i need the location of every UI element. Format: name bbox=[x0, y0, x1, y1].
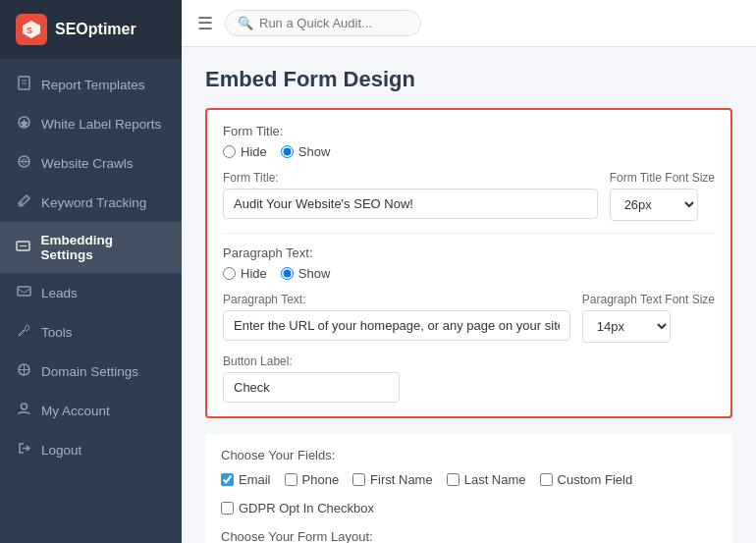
sidebar-item-report-templates[interactable]: Report Templates bbox=[0, 65, 182, 104]
form-title-group: Form Title: bbox=[223, 171, 598, 221]
form-title-hide-radio-label[interactable]: Hide bbox=[223, 144, 267, 159]
page-title: Embed Form Design bbox=[205, 67, 732, 92]
gdpr-field-label[interactable]: GDPR Opt In Checkbox bbox=[221, 501, 374, 516]
gdpr-field-text: GDPR Opt In Checkbox bbox=[239, 501, 374, 516]
sidebar-navigation: Report Templates White Label Reports Web… bbox=[0, 59, 182, 543]
button-label-input[interactable] bbox=[223, 372, 400, 403]
font-size-select[interactable]: 16px18px20px22px24px26px28px30px bbox=[610, 189, 698, 221]
leads-icon bbox=[16, 284, 31, 301]
last-name-checkbox[interactable] bbox=[447, 473, 459, 486]
first-name-checkbox[interactable] bbox=[352, 473, 365, 486]
fields-checkbox-group: Email Phone First Name Last Name Custom … bbox=[221, 472, 717, 516]
paragraph-text-input[interactable] bbox=[223, 310, 570, 341]
gdpr-checkbox[interactable] bbox=[221, 502, 234, 515]
form-title-hide-radio[interactable] bbox=[223, 145, 236, 158]
paragraph-visibility-group: Hide Show bbox=[223, 266, 715, 281]
sidebar-item-label: Tools bbox=[41, 325, 73, 340]
sidebar-item-label: Keyword Tracking bbox=[41, 195, 146, 210]
para-hide-radio-label[interactable]: Hide bbox=[223, 266, 267, 281]
sidebar-item-logout[interactable]: Logout bbox=[0, 430, 182, 469]
phone-field-label[interactable]: Phone bbox=[285, 472, 340, 487]
custom-field-text: Custom Field bbox=[558, 472, 633, 487]
sidebar-item-label: Website Crawls bbox=[41, 156, 134, 171]
keyword-icon bbox=[16, 193, 31, 211]
para-font-size-group: Paragraph Text Font Size 12px14px16px18p… bbox=[582, 293, 715, 343]
search-input[interactable] bbox=[259, 16, 397, 30]
paragraph-text-row: Paragraph Text: Paragraph Text Font Size… bbox=[223, 293, 715, 343]
page-content: Embed Form Design Form Title: Hide Show … bbox=[182, 47, 756, 543]
divider bbox=[223, 233, 715, 234]
sidebar-item-label: Domain Settings bbox=[41, 364, 138, 379]
report-templates-icon bbox=[16, 76, 31, 93]
para-hide-radio[interactable] bbox=[223, 267, 236, 280]
first-name-field-label[interactable]: First Name bbox=[352, 472, 433, 487]
last-name-field-text: Last Name bbox=[464, 472, 526, 487]
phone-checkbox[interactable] bbox=[285, 473, 297, 486]
paragraph-toggle-label: Paragraph Text: bbox=[223, 245, 715, 260]
sidebar-item-label: My Account bbox=[41, 404, 110, 418]
button-label-group: Button Label: bbox=[223, 354, 419, 403]
crawls-icon bbox=[16, 154, 31, 172]
layout-section: Choose Your Form Layout: Large Row Slim … bbox=[221, 529, 717, 543]
form-title-toggle-label: Form Title: bbox=[223, 124, 715, 138]
sidebar-item-label: Report Templates bbox=[41, 78, 145, 92]
form-title-row: Form Title: Form Title Font Size 16px18p… bbox=[223, 171, 715, 221]
phone-field-text: Phone bbox=[302, 472, 340, 487]
white-label-icon bbox=[16, 115, 31, 133]
form-title-input[interactable] bbox=[223, 189, 598, 219]
form-title-visibility-group: Hide Show bbox=[223, 144, 715, 159]
sidebar-item-my-account[interactable]: My Account bbox=[0, 391, 182, 430]
hamburger-menu[interactable]: ☰ bbox=[197, 13, 213, 34]
search-bar[interactable]: 🔍 bbox=[225, 10, 421, 36]
sidebar-item-website-crawls[interactable]: Website Crawls bbox=[0, 143, 182, 183]
topbar: ☰ 🔍 bbox=[182, 0, 756, 47]
para-show-radio-label[interactable]: Show bbox=[281, 266, 331, 281]
tools-icon bbox=[16, 323, 31, 341]
para-font-size-label: Paragraph Text Font Size bbox=[582, 293, 715, 306]
email-field-label[interactable]: Email bbox=[221, 472, 271, 487]
form-design-section: Form Title: Hide Show Form Title: F bbox=[205, 108, 732, 418]
domain-icon bbox=[16, 362, 31, 380]
account-icon bbox=[16, 402, 31, 419]
form-title-input-label: Form Title: bbox=[223, 171, 598, 185]
sidebar-item-domain-settings[interactable]: Domain Settings bbox=[0, 352, 182, 391]
form-title-show-radio-label[interactable]: Show bbox=[281, 144, 331, 159]
last-name-field-label[interactable]: Last Name bbox=[447, 472, 526, 487]
custom-field-checkbox[interactable] bbox=[540, 473, 553, 486]
sidebar-item-white-label-reports[interactable]: White Label Reports bbox=[0, 104, 182, 143]
sidebar-item-keyword-tracking[interactable]: Keyword Tracking bbox=[0, 183, 182, 222]
paragraph-text-group: Paragraph Text: bbox=[223, 293, 570, 343]
svg-text:S: S bbox=[27, 26, 32, 35]
para-font-size-select[interactable]: 12px14px16px18px20px bbox=[582, 310, 671, 343]
email-checkbox[interactable] bbox=[221, 473, 234, 486]
para-show-radio[interactable] bbox=[281, 267, 294, 280]
fields-section: Choose Your Fields: Email Phone First Na… bbox=[205, 434, 732, 543]
email-field-text: Email bbox=[239, 472, 271, 487]
form-title-show-radio[interactable] bbox=[281, 145, 294, 158]
logo-icon: S bbox=[16, 14, 47, 45]
sidebar-item-label: White Label Reports bbox=[41, 117, 161, 132]
svg-point-13 bbox=[21, 404, 27, 409]
sidebar-item-leads[interactable]: Leads bbox=[0, 273, 182, 312]
main-content: ☰ 🔍 Embed Form Design Form Title: Hide S… bbox=[182, 0, 756, 543]
sidebar: S SEOptimer Report Templates White Label… bbox=[0, 0, 182, 543]
logout-icon bbox=[16, 441, 31, 459]
logo-text: SEOptimer bbox=[55, 21, 136, 38]
sidebar-item-label: Leads bbox=[41, 286, 78, 300]
paragraph-text-label: Paragraph Text: bbox=[223, 293, 570, 306]
svg-rect-9 bbox=[18, 287, 30, 296]
sidebar-item-tools[interactable]: Tools bbox=[0, 312, 182, 352]
sidebar-item-embedding-settings[interactable]: Embedding Settings bbox=[0, 222, 182, 273]
layout-label: Choose Your Form Layout: bbox=[221, 529, 717, 543]
sidebar-logo: S SEOptimer bbox=[0, 0, 182, 59]
first-name-field-text: First Name bbox=[370, 472, 433, 487]
embedding-icon bbox=[16, 239, 31, 256]
sidebar-item-label: Embedding Settings bbox=[41, 233, 166, 262]
custom-field-label[interactable]: Custom Field bbox=[540, 472, 633, 487]
sidebar-item-label: Logout bbox=[41, 443, 81, 458]
font-size-label: Form Title Font Size bbox=[610, 171, 715, 185]
button-label-label: Button Label: bbox=[223, 354, 419, 368]
search-icon: 🔍 bbox=[238, 16, 253, 30]
fields-label: Choose Your Fields: bbox=[221, 448, 717, 462]
form-title-font-size-group: Form Title Font Size 16px18px20px22px24p… bbox=[610, 171, 715, 221]
